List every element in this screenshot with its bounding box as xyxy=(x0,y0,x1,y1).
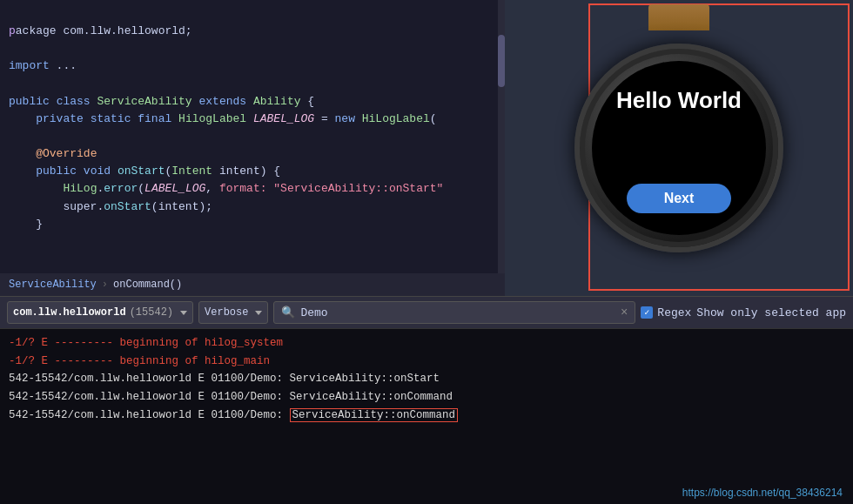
code-content: package com.llw.helloworld; import ... p… xyxy=(0,0,505,239)
level-dropdown-arrow xyxy=(255,311,262,315)
toolbar-bar: com.llw.helloworld (15542) Verbose 🔍 Dem… xyxy=(0,296,853,329)
breadcrumb-class: ServiceAbility xyxy=(9,279,97,291)
search-clear-button[interactable]: × xyxy=(621,306,628,319)
watch-next-button[interactable]: Next xyxy=(627,184,731,213)
package-pid: (15542) xyxy=(130,306,173,319)
top-section: package com.llw.helloworld; import ... p… xyxy=(0,0,853,296)
package-dropdown-arrow xyxy=(180,311,187,315)
scrollbar-thumb[interactable] xyxy=(498,35,505,87)
package-selector[interactable]: com.llw.helloworld (15542) xyxy=(7,301,193,324)
package-name: com.llw.helloworld xyxy=(13,306,126,319)
watch-crown-2 xyxy=(780,158,783,175)
search-bar: 🔍 Demo × xyxy=(273,301,635,324)
log-line-1: -1/? E --------- beginning of hilog_syst… xyxy=(9,334,844,353)
watch-hello-text: Hello World xyxy=(616,87,742,114)
search-input[interactable]: Demo xyxy=(300,306,615,319)
level-value: Verbose xyxy=(205,306,248,319)
code-scrollbar[interactable] xyxy=(498,0,505,296)
log-line-4: 542-15542/com.llw.helloworld E 01100/Dem… xyxy=(9,388,844,407)
log-pane: -1/? E --------- beginning of hilog_syst… xyxy=(0,329,853,504)
footer-url[interactable]: https://blog.csdn.net/qq_38436214 xyxy=(682,487,843,499)
watch-screen: Hello World Next xyxy=(592,61,766,235)
breadcrumb-bar: ServiceAbility › onCommand() xyxy=(0,273,505,296)
level-selector[interactable]: Verbose xyxy=(198,301,268,324)
log-line-3: 542-15542/com.llw.helloworld E 01100/Dem… xyxy=(9,370,844,388)
log-line-2: -1/? E --------- beginning of hilog_main xyxy=(9,353,844,371)
watch-preview-pane: Hello World Next xyxy=(505,0,853,296)
breadcrumb-method: onCommand() xyxy=(113,279,182,291)
log-line-5: 542-15542/com.llw.helloworld E 01100/Dem… xyxy=(9,407,844,425)
watch-crown-1 xyxy=(780,124,783,149)
code-editor: package com.llw.helloworld; import ... p… xyxy=(0,0,505,296)
regex-label: Regex xyxy=(657,306,691,319)
show-only-label: Show only selected app xyxy=(696,306,846,319)
watch-strap-top xyxy=(648,4,709,30)
watch-case: Hello World Next xyxy=(574,44,783,252)
search-icon: 🔍 xyxy=(281,306,295,319)
watch-outer: Hello World Next xyxy=(561,13,796,283)
regex-wrap: ✓ Regex xyxy=(641,306,691,319)
breadcrumb-separator: › xyxy=(102,279,108,291)
regex-checkbox[interactable]: ✓ xyxy=(641,306,653,319)
